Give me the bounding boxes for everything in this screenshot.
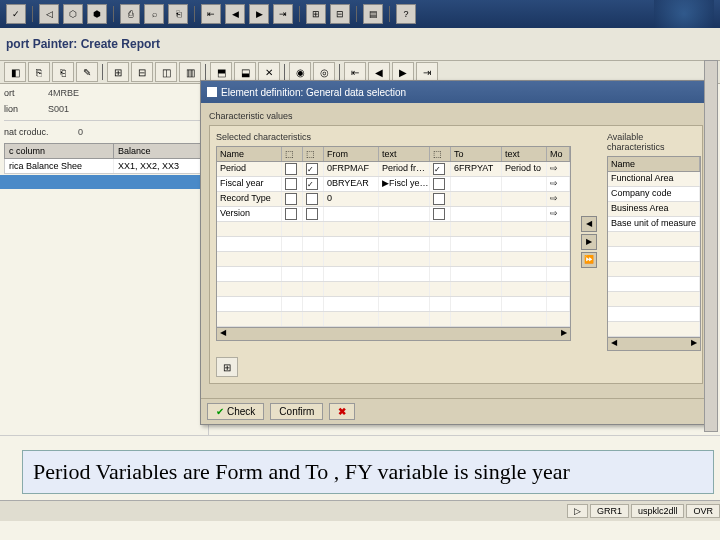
horizontal-scrollbar[interactable]: ◀▶ xyxy=(217,327,570,340)
field-value: 4MRBE xyxy=(48,88,79,98)
col-header: text xyxy=(379,147,430,161)
tool-btn[interactable]: ◎ xyxy=(313,62,335,82)
button-label: Check xyxy=(227,406,255,417)
table-row[interactable]: Functional Area xyxy=(608,172,700,187)
table-row[interactable]: Business Area xyxy=(608,202,700,217)
field-value: 0 xyxy=(78,127,83,137)
tool-btn[interactable]: ◧ xyxy=(4,62,26,82)
cancel-button[interactable]: ✖ xyxy=(329,403,355,420)
tb-btn[interactable]: ⇤ xyxy=(201,4,221,24)
table-row xyxy=(217,222,570,237)
table-row xyxy=(608,262,700,277)
col-header: c column xyxy=(5,144,114,158)
tb-btn[interactable]: ▤ xyxy=(363,4,383,24)
status-cell: ▷ xyxy=(567,504,588,518)
move-all-right-icon[interactable]: ⏩ xyxy=(581,252,597,268)
table-row[interactable]: Period0FRPMAFPeriod fr…6FRPYATPeriod to⇨ xyxy=(217,162,570,177)
tool-btn[interactable]: ⎘ xyxy=(28,62,50,82)
tool-btn[interactable]: ▥ xyxy=(179,62,201,82)
col-header: Balance xyxy=(114,144,203,158)
dialog-title-text: Element definition: General data selecti… xyxy=(221,87,406,98)
section-label: Characteristic values xyxy=(209,111,703,121)
move-left-icon[interactable]: ◀ xyxy=(581,216,597,232)
section-label: Selected characteristics xyxy=(216,132,571,142)
table-row[interactable]: Record Type0⇨ xyxy=(217,192,570,207)
element-definition-dialog: Element definition: General data selecti… xyxy=(200,80,712,425)
tb-btn[interactable]: ⬡ xyxy=(63,4,83,24)
window-title: port Painter: Create Report xyxy=(0,28,720,61)
status-tcode: GRR1 xyxy=(590,504,629,518)
dialog-titlebar[interactable]: Element definition: General data selecti… xyxy=(201,81,711,103)
tb-btn[interactable]: ⌕ xyxy=(144,4,164,24)
field-label: ort xyxy=(4,88,44,98)
help-icon[interactable]: ? xyxy=(396,4,416,24)
horizontal-scrollbar[interactable]: ◀▶ xyxy=(608,337,700,350)
table-row xyxy=(217,282,570,297)
tool-btn[interactable]: ⬓ xyxy=(234,62,256,82)
tool-btn[interactable]: ✎ xyxy=(76,62,98,82)
tb-btn[interactable]: ◀ xyxy=(225,4,245,24)
status-system: uspklc2dll xyxy=(631,504,685,518)
cell: XX1, XX2, XX3 xyxy=(114,159,203,173)
table-row xyxy=(217,312,570,327)
nav-last-icon[interactable]: ⇥ xyxy=(416,62,438,82)
table-row[interactable]: Company code xyxy=(608,187,700,202)
col-header: Name xyxy=(217,147,282,161)
tool-btn[interactable]: ⊞ xyxy=(107,62,129,82)
tb-btn[interactable]: ⎙ xyxy=(120,4,140,24)
grid-tool-icon[interactable]: ⊞ xyxy=(216,357,238,377)
col-header: text xyxy=(502,147,547,161)
annotation-callout: Period Variables are Form and To , FY va… xyxy=(22,450,714,494)
left-grid-row[interactable]: rica Balance Shee XX1, XX2, XX3 xyxy=(4,159,204,174)
table-row xyxy=(608,247,700,262)
cell: rica Balance Shee xyxy=(5,159,114,173)
table-row xyxy=(608,307,700,322)
check-button[interactable]: ✔Check xyxy=(207,403,264,420)
table-row xyxy=(217,252,570,267)
tool-btn[interactable]: ◉ xyxy=(289,62,311,82)
selected-characteristics-grid: Name ⬚ ⬚ From text ⬚ To text Mo Period0F… xyxy=(216,146,571,341)
tb-btn[interactable]: ⬢ xyxy=(87,4,107,24)
left-pane: ort 4MRBE lion S001 nat croduc. 0 c colu… xyxy=(0,84,209,464)
tool-btn[interactable]: ⬒ xyxy=(210,62,232,82)
table-row[interactable]: Version⇨ xyxy=(217,207,570,222)
sap-logo xyxy=(654,0,714,28)
table-row xyxy=(217,297,570,312)
selection-bar xyxy=(0,175,200,189)
confirm-button[interactable]: Confirm xyxy=(270,403,323,420)
table-row xyxy=(608,232,700,247)
tb-btn[interactable]: ⇥ xyxy=(273,4,293,24)
table-row[interactable]: Base unit of measure xyxy=(608,217,700,232)
tb-btn[interactable]: ⊟ xyxy=(330,4,350,24)
col-header: Name xyxy=(608,157,700,171)
table-row[interactable]: Fiscal year0BRYEAR▶Fiscl ye…⇨ xyxy=(217,177,570,192)
nav-first-icon[interactable]: ⇤ xyxy=(344,62,366,82)
field-value: S001 xyxy=(48,104,69,114)
nav-prev-icon[interactable]: ◀ xyxy=(368,62,390,82)
tb-btn[interactable]: ⎗ xyxy=(168,4,188,24)
move-right-icon[interactable]: ▶ xyxy=(581,234,597,250)
field-label: nat croduc. xyxy=(4,127,74,137)
vertical-scrollbar[interactable] xyxy=(704,60,718,432)
tb-btn[interactable]: ▶ xyxy=(249,4,269,24)
status-bar: ▷ GRR1 uspklc2dll OVR xyxy=(0,500,720,521)
table-row xyxy=(217,267,570,282)
col-header: Mo xyxy=(547,147,570,161)
status-mode: OVR xyxy=(686,504,720,518)
dialog-button-row: ✔Check Confirm ✖ xyxy=(201,398,711,424)
tool-btn[interactable]: ⊟ xyxy=(131,62,153,82)
tb-btn[interactable]: ✓ xyxy=(6,4,26,24)
nav-next-icon[interactable]: ▶ xyxy=(392,62,414,82)
table-row xyxy=(608,292,700,307)
top-toolbar: ✓ ◁ ⬡ ⬢ ⎙ ⌕ ⎗ ⇤ ◀ ▶ ⇥ ⊞ ⊟ ▤ ? xyxy=(0,0,720,28)
tool-btn[interactable]: ✕ xyxy=(258,62,280,82)
tb-btn[interactable]: ◁ xyxy=(39,4,59,24)
col-header: ⬚ xyxy=(282,147,303,161)
field-label: lion xyxy=(4,104,44,114)
col-header: To xyxy=(451,147,502,161)
tool-btn[interactable]: ◫ xyxy=(155,62,177,82)
table-row xyxy=(217,237,570,252)
tool-btn[interactable]: ⎗ xyxy=(52,62,74,82)
tb-btn[interactable]: ⊞ xyxy=(306,4,326,24)
table-row xyxy=(608,322,700,337)
